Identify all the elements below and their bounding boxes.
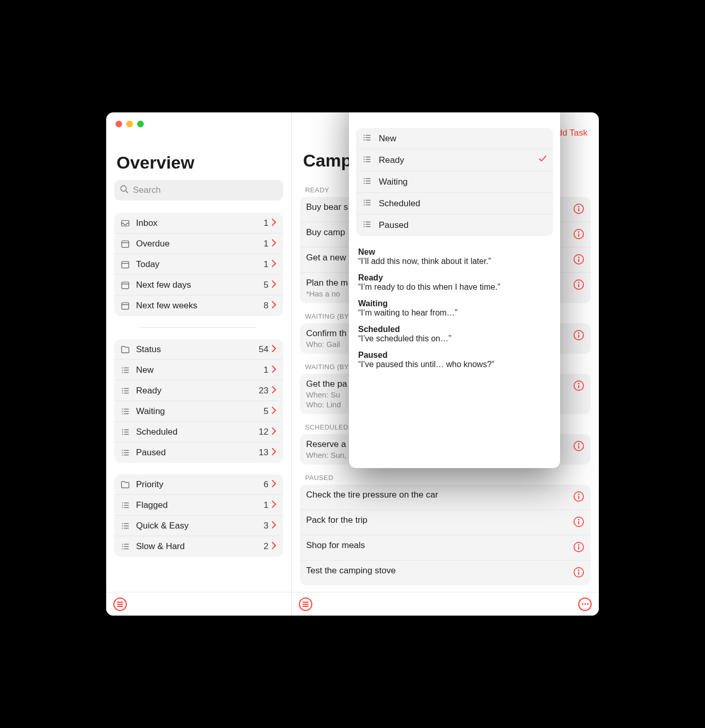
task-info-button[interactable] (573, 254, 584, 267)
status-definition: Waiting“I’m waiting to hear from…” (358, 299, 551, 318)
task-title: Shop for meals (306, 540, 568, 551)
sidebar-group-status: Status54New1Ready23Waiting5Scheduled12Pa… (114, 339, 283, 463)
sidebar-item-count: 1 (264, 365, 268, 375)
sidebar-item-new[interactable]: New1 (114, 360, 283, 380)
list-icon (362, 198, 374, 209)
list-icon (120, 447, 131, 458)
main-more-button[interactable] (578, 598, 592, 611)
chevron-right-icon (272, 501, 277, 510)
definition-desc: “I’ll add this now, think about it later… (358, 257, 551, 266)
sidebar-title: Overview (114, 153, 283, 173)
task-title: Pack for the trip (306, 515, 568, 525)
task-info-button[interactable] (573, 380, 584, 393)
sidebar-item-next-few-weeks[interactable]: Next few weeks8 (114, 295, 283, 316)
sidebar-item-quick-easy[interactable]: Quick & Easy3 (114, 516, 283, 536)
sidebar-item-inbox[interactable]: Inbox1 (114, 213, 283, 234)
sidebar-item-label: New (136, 365, 264, 375)
list-icon (362, 133, 374, 144)
task-info-button[interactable] (573, 228, 584, 242)
sidebar-item-flagged[interactable]: Flagged1 (114, 495, 283, 516)
window-zoom-button[interactable] (137, 121, 144, 127)
task-row[interactable]: Check the tire pressure on the car (300, 485, 591, 510)
chevron-right-icon (272, 366, 277, 375)
sidebar-item-count: 5 (264, 406, 268, 417)
status-option-scheduled[interactable]: Scheduled (356, 193, 553, 214)
chevron-right-icon (272, 386, 277, 395)
sidebar-item-count: 3 (264, 521, 268, 531)
task-info-button[interactable] (573, 567, 584, 580)
sidebar-item-overdue[interactable]: Overdue1 (114, 234, 283, 254)
cal-icon (120, 300, 131, 311)
status-option-waiting[interactable]: Waiting (356, 171, 553, 193)
sidebar-item-label: Flagged (136, 500, 264, 510)
task-info-button[interactable] (573, 203, 584, 217)
cal-icon (120, 259, 131, 270)
search-field[interactable] (114, 180, 283, 201)
sidebar-item-label: Ready (136, 386, 259, 396)
status-option-new[interactable]: New (356, 128, 553, 150)
sidebar-item-count: 1 (264, 218, 268, 228)
sidebar-item-ready[interactable]: Ready23 (114, 380, 283, 401)
sidebar-item-count: 12 (259, 427, 268, 437)
cal-icon (120, 279, 131, 291)
sidebar-item-label: Inbox (136, 218, 264, 228)
main-footer (292, 592, 599, 616)
task-title: Test the camping stove (306, 566, 568, 576)
sidebar-item-count: 1 (264, 500, 268, 510)
window-minimize-button[interactable] (126, 121, 133, 127)
sidebar-item-count: 8 (264, 301, 268, 311)
status-option-list: NewReadyWaitingScheduledPaused (356, 128, 553, 236)
chevron-right-icon (272, 345, 277, 354)
sidebar-item-slow-hard[interactable]: Slow & Hard2 (114, 536, 283, 557)
sidebar-item-priority[interactable]: Priority6 (114, 474, 283, 495)
status-option-label: Waiting (379, 177, 547, 187)
sidebar-menu-button[interactable] (113, 598, 127, 611)
sidebar-footer (106, 592, 291, 616)
folder-icon (120, 344, 131, 355)
status-popover: Status NewReadyWaitingScheduledPaused Ne… (349, 112, 560, 468)
definition-desc: “I’m ready to do this when I have time.” (358, 283, 551, 292)
sidebar-item-count: 54 (259, 344, 268, 355)
sidebar-item-label: Priority (136, 479, 264, 490)
definition-term: Paused (358, 351, 551, 360)
definition-term: Waiting (358, 299, 551, 308)
task-info-button[interactable] (573, 279, 584, 292)
task-info-button[interactable] (573, 491, 584, 504)
window-traffic-lights (115, 121, 144, 127)
status-option-ready[interactable]: Ready (356, 150, 553, 171)
task-row[interactable]: Test the camping stove (300, 560, 591, 585)
list-icon (362, 220, 374, 231)
task-row[interactable]: Pack for the trip (300, 510, 591, 535)
sidebar-item-next-few-days[interactable]: Next few days5 (114, 275, 283, 295)
sidebar-item-label: Scheduled (136, 427, 259, 437)
definition-desc: “I’m waiting to hear from…” (358, 308, 551, 318)
definition-term: Ready (358, 273, 551, 283)
sidebar-item-label: Next few weeks (136, 301, 264, 311)
sidebar-divider (140, 327, 257, 328)
list-icon (120, 541, 131, 552)
status-option-paused[interactable]: Paused (356, 214, 553, 236)
sidebar-item-label: Status (136, 344, 259, 355)
chevron-right-icon (272, 480, 277, 489)
sidebar-item-label: Paused (136, 448, 259, 458)
task-info-button[interactable] (573, 329, 584, 343)
sidebar-item-count: 1 (264, 239, 268, 249)
sidebar-item-today[interactable]: Today1 (114, 254, 283, 275)
task-info-button[interactable] (573, 440, 584, 454)
sidebar-item-status[interactable]: Status54 (114, 339, 283, 360)
chevron-right-icon (272, 542, 277, 551)
window-close-button[interactable] (115, 121, 122, 127)
chevron-right-icon (272, 427, 277, 437)
task-info-button[interactable] (573, 541, 584, 555)
sidebar-item-count: 6 (264, 479, 268, 490)
sidebar-item-waiting[interactable]: Waiting5 (114, 401, 283, 422)
sidebar-item-paused[interactable]: Paused13 (114, 442, 283, 463)
list-icon (362, 176, 374, 188)
sidebar-item-scheduled[interactable]: Scheduled12 (114, 422, 283, 442)
main-menu-button[interactable] (299, 598, 312, 611)
task-info-button[interactable] (573, 516, 584, 530)
sidebar-item-label: Waiting (136, 406, 264, 417)
sidebar-item-count: 1 (264, 259, 268, 270)
search-input[interactable] (133, 185, 278, 195)
task-row[interactable]: Shop for meals (300, 535, 591, 560)
